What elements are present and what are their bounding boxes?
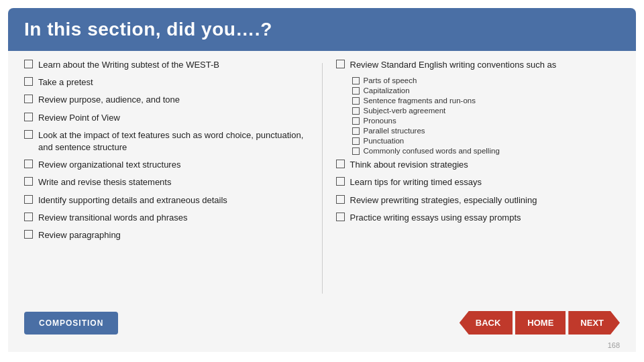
checkbox-sm-icon	[352, 117, 360, 125]
nav-buttons: BACK HOME NEXT	[460, 311, 620, 335]
list-item: Review organizational text structures	[24, 159, 309, 171]
list-item: Review Point of View	[24, 112, 309, 124]
checkbox-icon	[336, 195, 345, 204]
checkbox-icon	[24, 130, 33, 139]
sub-list-item: Commonly confused words and spelling	[352, 147, 621, 155]
item-label: Review transitional words and phrases	[38, 212, 188, 224]
checkbox-icon	[336, 177, 345, 186]
sub-item-label: Capitalization	[364, 86, 410, 95]
item-label: Review paragraphing	[38, 229, 121, 241]
list-item: Review transitional words and phrases	[24, 212, 309, 224]
left-column: Learn about the Writing subtest of the W…	[24, 59, 309, 298]
checkbox-icon	[24, 177, 33, 186]
sub-item-label: Pronouns	[364, 117, 396, 125]
sub-list-item: Sentence fragments and run-ons	[352, 97, 621, 105]
page-header: In this section, did you….?	[8, 8, 636, 51]
item-label: Review prewriting strategies, especially…	[350, 194, 537, 206]
footer: COMPOSITION BACK HOME NEXT	[8, 306, 636, 340]
column-divider	[322, 63, 323, 294]
sub-item-label: Sentence fragments and run-ons	[364, 97, 476, 105]
checkbox-sm-icon	[352, 137, 360, 145]
item-label: Review purpose, audience, and tone	[38, 94, 180, 106]
checkbox-sm-icon	[352, 127, 360, 135]
checkbox-icon	[24, 95, 33, 103]
checkbox-sm-icon	[352, 77, 360, 84]
sub-list-item: Subject-verb agreement	[352, 107, 621, 115]
checkbox-icon	[24, 60, 33, 68]
sub-list-item: Pronouns	[352, 117, 621, 125]
list-item: Learn about the Writing subtest of the W…	[24, 59, 309, 71]
checkbox-icon	[24, 230, 33, 239]
sub-list-item: Parts of speech	[352, 76, 621, 84]
item-label: Review Point of View	[38, 112, 120, 124]
page-title: In this section, did you….?	[24, 19, 620, 40]
item-label: Look at the impact of text features such…	[38, 129, 309, 154]
checkbox-icon	[24, 195, 33, 204]
item-label: Identify supporting details and extraneo…	[38, 194, 227, 206]
list-item: Look at the impact of text features such…	[24, 129, 309, 154]
next-button[interactable]: NEXT	[568, 311, 620, 335]
list-item: Learn tips for writing timed essays	[336, 176, 621, 188]
item-label: Write and revise thesis statements	[38, 176, 171, 188]
checkbox-sm-icon	[352, 87, 360, 95]
page-number: 168	[8, 340, 636, 352]
item-label: Learn about the Writing subtest of the W…	[38, 59, 219, 71]
checkbox-icon	[24, 160, 33, 168]
list-item: Review Standard English writing conventi…	[336, 59, 621, 71]
sub-item-label: Parts of speech	[364, 76, 417, 84]
sub-item-label: Commonly confused words and spelling	[364, 147, 500, 155]
item-label: Take a pretest	[38, 76, 93, 88]
checkbox-sm-icon	[352, 147, 360, 155]
list-item: Write and revise thesis statements	[24, 176, 309, 188]
checkbox-sm-icon	[352, 107, 360, 115]
item-label: Think about revision strategies	[350, 159, 468, 171]
item-label: Practice writing essays using essay prom…	[350, 212, 521, 224]
list-item: Review prewriting strategies, especially…	[336, 194, 621, 206]
checkbox-icon	[336, 60, 345, 68]
list-item: Practice writing essays using essay prom…	[336, 212, 621, 224]
sub-list-item: Capitalization	[352, 86, 621, 95]
main-content: Learn about the Writing subtest of the W…	[8, 51, 636, 306]
item-label: Learn tips for writing timed essays	[350, 176, 482, 188]
list-item: Take a pretest	[24, 76, 309, 88]
composition-button[interactable]: COMPOSITION	[24, 312, 118, 335]
item-label: Review Standard English writing conventi…	[350, 59, 557, 71]
home-button[interactable]: HOME	[515, 311, 566, 335]
checkbox-icon	[336, 160, 345, 168]
checkbox-icon	[24, 213, 33, 221]
list-item: Identify supporting details and extraneo…	[24, 194, 309, 206]
checkbox-icon	[24, 113, 33, 121]
right-column: Review Standard English writing conventi…	[336, 59, 621, 298]
sub-item-label: Punctuation	[364, 137, 405, 145]
list-item: Review paragraphing	[24, 229, 309, 241]
item-label: Review organizational text structures	[38, 159, 180, 171]
list-item: Think about revision strategies	[336, 159, 621, 171]
sub-list-item: Parallel structures	[352, 127, 621, 135]
back-button[interactable]: BACK	[460, 311, 513, 335]
sub-item-label: Subject-verb agreement	[364, 107, 446, 115]
checkbox-sm-icon	[352, 97, 360, 105]
list-item: Review purpose, audience, and tone	[24, 94, 309, 106]
sub-item-label: Parallel structures	[364, 127, 425, 135]
checkbox-icon	[24, 77, 33, 86]
sub-checklist: Parts of speechCapitalizationSentence fr…	[352, 76, 621, 155]
checkbox-icon	[336, 213, 345, 221]
sub-list-item: Punctuation	[352, 137, 621, 145]
